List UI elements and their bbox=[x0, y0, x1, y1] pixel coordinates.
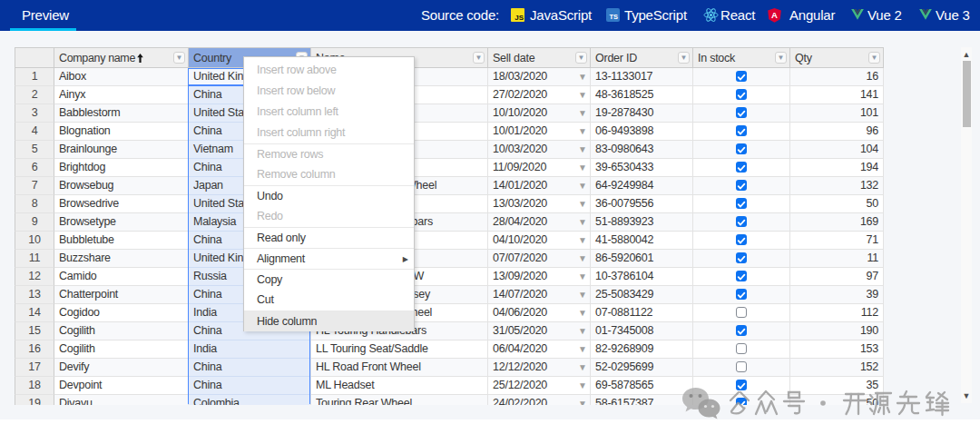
svg-text:A: A bbox=[771, 10, 778, 20]
